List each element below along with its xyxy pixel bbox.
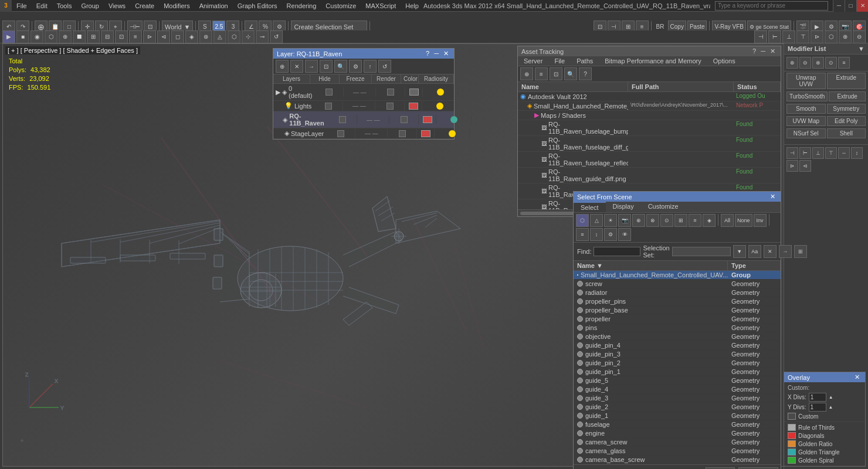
overlay-golden-ratio-row[interactable]: Golden Ratio (788, 440, 862, 448)
layer-row-raven[interactable]: ◈ RQ-11B_Raven — — (273, 111, 454, 128)
overlay-ydivs-input[interactable]: 1 (809, 403, 826, 412)
scene-filter-lights[interactable]: ☀ (604, 214, 617, 227)
view-nav-5[interactable]: ↔ (838, 147, 850, 159)
layer-color-swatch-lights[interactable] (409, 103, 418, 110)
scene-filter-groups[interactable]: ⊞ (674, 214, 687, 227)
asset-close-button[interactable]: ✕ (768, 47, 777, 55)
menu-views[interactable]: Views (104, 1, 130, 11)
asset-menu-bitmap[interactable]: Bitmap Performance and Memory (599, 56, 707, 66)
layer-render-checkbox-raven[interactable] (401, 116, 408, 123)
vray-tb-10[interactable]: ≡ (129, 30, 142, 43)
nsurf-sel-button[interactable]: NSurf Sel (786, 128, 826, 138)
scene-row-guide-3[interactable]: guide_3 Geometry (574, 394, 781, 403)
overlay-close-button[interactable]: ✕ (853, 373, 862, 381)
vray-right-2[interactable]: ⊢ (768, 30, 781, 43)
asset-row-vault[interactable]: ◉ Autodesk Vault 2012 Logged Ou (518, 92, 781, 101)
edit-poly-button[interactable]: Edit Poly (827, 116, 866, 126)
scene-none-button[interactable]: None (735, 214, 752, 227)
layer-color-stage[interactable] (417, 129, 435, 138)
scene-row-objective[interactable]: objective Geometry (574, 332, 781, 341)
layer-row-default[interactable]: ▶ ◈ 0 (default) — — (273, 84, 454, 101)
layer-settings-button[interactable]: ⚙ (349, 60, 362, 73)
smooth-button[interactable]: Smooth (786, 104, 826, 114)
scene-row-camera-glass[interactable]: camera_glass Geometry (574, 447, 781, 456)
layer-color-default[interactable] (405, 87, 423, 97)
vray-tb-20[interactable]: ↺ (270, 30, 283, 43)
layer-refresh-button[interactable]: ↺ (378, 60, 391, 73)
asset-menu-options[interactable]: Options (707, 56, 741, 66)
layer-freeze-lights[interactable]: — — (343, 101, 375, 110)
layer-color-raven[interactable] (419, 115, 436, 124)
extrude-button-2[interactable]: Extrude (829, 91, 866, 101)
close-button[interactable]: ✕ (856, 0, 868, 12)
menu-create[interactable]: Create (130, 1, 159, 11)
overlay-golden-triangle-row[interactable]: Golden Triangle (788, 448, 862, 456)
vray-tb-1[interactable]: ▶ (2, 30, 15, 43)
layer-render-default[interactable] (376, 87, 405, 97)
asset-menu-paths[interactable]: Paths (571, 56, 599, 66)
vray-right-8[interactable]: ⊖ (853, 30, 866, 43)
layer-new-button[interactable]: ⊕ (276, 60, 289, 73)
scene-object-list[interactable]: Small_Hand_Launched_Remote_Controlled_UA… (574, 271, 781, 464)
scene-tab-display[interactable]: Display (606, 202, 641, 212)
vray-right-4[interactable]: ⊤ (796, 30, 809, 43)
vray-tb-18[interactable]: ⊹ (242, 30, 255, 43)
find-input[interactable] (594, 247, 640, 256)
shell-button[interactable]: Shell (827, 128, 866, 138)
asset-tb-4[interactable]: 🔍 (564, 67, 577, 80)
menu-graph-editors[interactable]: Graph Editors (233, 1, 282, 11)
vray-tb-15[interactable]: ⊛ (199, 30, 212, 43)
scene-close-button[interactable]: ✕ (768, 193, 777, 200)
overlay-golden-spiral-color[interactable] (788, 457, 796, 464)
mod-icon-3[interactable]: ⊗ (812, 57, 824, 69)
layer-find-button[interactable]: 🔍 (334, 60, 347, 73)
scene-row-pins[interactable]: pins Geometry (574, 324, 781, 332)
overlay-golden-ratio-color[interactable] (788, 440, 796, 447)
vray-tb-3[interactable]: ◉ (30, 30, 43, 43)
asset-row-img-3[interactable]: 🖼 RQ-11B_Raven_fuselage_reflect.png Foun… (518, 152, 781, 168)
vray-tb-16[interactable]: ◬ (213, 30, 226, 43)
scene-row-guide-1[interactable]: guide_1 Geometry (574, 412, 781, 420)
layer-row-stage[interactable]: ◈ StageLayer — — (273, 128, 454, 139)
scene-row-guide-pin-1[interactable]: guide_pin_1 Geometry (574, 368, 781, 376)
minimize-button[interactable]: ─ (833, 0, 845, 12)
menu-maxscript[interactable]: MAXScript (361, 1, 401, 11)
vray-tb-4[interactable]: ⬡ (45, 30, 57, 43)
scene-tab-customize[interactable]: Customize (641, 202, 686, 212)
scene-row-camera-base-screw[interactable]: camera_base_screw Geometry (574, 456, 781, 464)
extrude-button-1[interactable]: Extrude (827, 73, 866, 89)
overlay-xdivs-input[interactable]: 1 (809, 393, 826, 402)
vray-tb-6[interactable]: 🔲 (73, 30, 86, 43)
scene-list-view-button[interactable]: ≡ (576, 228, 589, 241)
vray-right-5[interactable]: ⊳ (811, 30, 823, 43)
view-nav-6[interactable]: ↕ (851, 147, 863, 159)
asset-minimize-button[interactable]: ─ (759, 47, 767, 55)
scene-col-name[interactable]: Name ▼ (574, 261, 728, 270)
scene-clear-button[interactable]: ✕ (764, 245, 777, 258)
layer-freeze-default[interactable]: — — (344, 88, 376, 97)
layer-hide-checkbox-lights[interactable] (325, 103, 332, 110)
menu-rendering[interactable]: Rendering (282, 1, 321, 11)
overlay-custom-color[interactable] (788, 413, 796, 420)
layer-render-checkbox-stage[interactable] (399, 130, 406, 137)
scene-invert-button[interactable]: Inv (754, 214, 767, 227)
mod-icon-5[interactable]: ≡ (838, 57, 850, 69)
asset-menu-file[interactable]: File (548, 56, 571, 66)
scene-row-screw[interactable]: screw Geometry (574, 280, 781, 288)
scene-row-propeller[interactable]: propeller Geometry (574, 315, 781, 324)
mod-icon-2[interactable]: ⊖ (799, 57, 811, 69)
layer-render-raven[interactable] (389, 115, 419, 124)
layer-radiosity-stage[interactable] (435, 129, 470, 138)
menu-group[interactable]: Group (76, 1, 104, 11)
scene-row-main[interactable]: Small_Hand_Launched_Remote_Controlled_UA… (574, 271, 781, 280)
scene-row-camera-screw[interactable]: camera_screw Geometry (574, 438, 781, 447)
layer-up-button[interactable]: ↑ (364, 60, 377, 73)
scene-all-button[interactable]: All (721, 214, 734, 227)
vray-tb-5[interactable]: ⊕ (59, 30, 72, 43)
layer-radiosity-default[interactable] (423, 87, 458, 97)
view-nav-7[interactable]: ⊳ (786, 160, 798, 172)
vray-tb-7[interactable]: ⊞ (87, 30, 100, 43)
layer-render-checkbox[interactable] (387, 89, 394, 96)
layer-help-button[interactable]: ? (424, 50, 431, 57)
scene-row-guide-pin-4[interactable]: guide_pin_4 Geometry (574, 341, 781, 350)
